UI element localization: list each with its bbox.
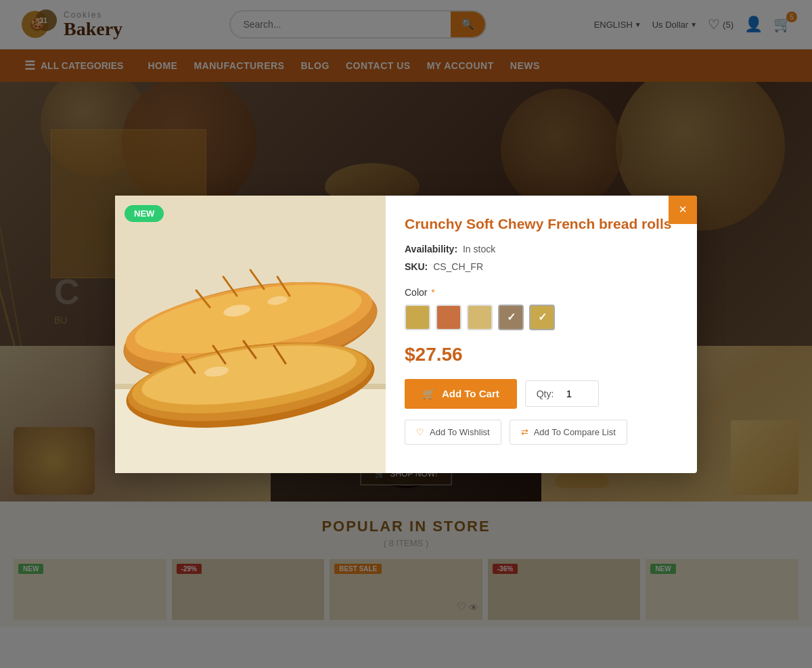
add-to-cart-row: 🛒 Add To Cart Qty: bbox=[405, 379, 678, 409]
add-to-compare-button[interactable]: ⇄ Add To Compare List bbox=[510, 420, 627, 445]
color-swatch-5[interactable]: ✓ bbox=[529, 305, 555, 330]
compare-label: Add To Compare List bbox=[534, 427, 616, 437]
price: $27.56 bbox=[405, 344, 678, 365]
quantity-input[interactable] bbox=[560, 388, 587, 399]
add-to-cart-button[interactable]: 🛒 Add To Cart bbox=[405, 379, 517, 409]
compare-icon: ⇄ bbox=[521, 427, 528, 437]
color-swatches: ✓ ✓ bbox=[405, 305, 678, 330]
availability-label: Availability: bbox=[405, 244, 457, 254]
new-label-badge: NEW bbox=[125, 205, 164, 222]
product-modal: × NEW bbox=[115, 196, 697, 473]
color-section: Color * ✓ ✓ bbox=[405, 287, 678, 330]
product-details: Crunchy Soft Chewy French bread rolls Av… bbox=[386, 196, 697, 473]
sku-row: SKU: CS_CH_FR bbox=[405, 261, 678, 272]
add-to-wishlist-button[interactable]: ♡ Add To Wishlist bbox=[405, 420, 501, 445]
modal-close-button[interactable]: × bbox=[669, 196, 697, 224]
add-to-cart-label: Add To Cart bbox=[442, 388, 499, 399]
color-swatch-3[interactable] bbox=[467, 305, 493, 330]
qty-label: Qty: bbox=[537, 388, 554, 399]
product-title: Crunchy Soft Chewy French bread rolls bbox=[405, 215, 678, 233]
heart-icon: ♡ bbox=[416, 427, 424, 437]
availability-value: In stock bbox=[463, 244, 495, 254]
sku-value: CS_CH_FR bbox=[433, 261, 483, 272]
color-swatch-2[interactable] bbox=[436, 305, 461, 330]
action-buttons: ♡ Add To Wishlist ⇄ Add To Compare List bbox=[405, 420, 678, 445]
modal-overlay: × NEW bbox=[0, 0, 812, 668]
wishlist-label: Add To Wishlist bbox=[430, 427, 490, 437]
color-swatch-1[interactable] bbox=[405, 305, 430, 330]
required-indicator: * bbox=[431, 287, 434, 298]
product-image-container: NEW bbox=[115, 196, 386, 473]
availability-row: Availability: In stock bbox=[405, 244, 678, 254]
color-swatch-4[interactable]: ✓ bbox=[498, 305, 524, 330]
product-image bbox=[115, 196, 386, 473]
cart-icon: 🛒 bbox=[422, 388, 435, 400]
quantity-section: Qty: bbox=[525, 380, 600, 407]
color-label: Color * bbox=[405, 287, 678, 298]
sku-label: SKU: bbox=[405, 261, 428, 272]
